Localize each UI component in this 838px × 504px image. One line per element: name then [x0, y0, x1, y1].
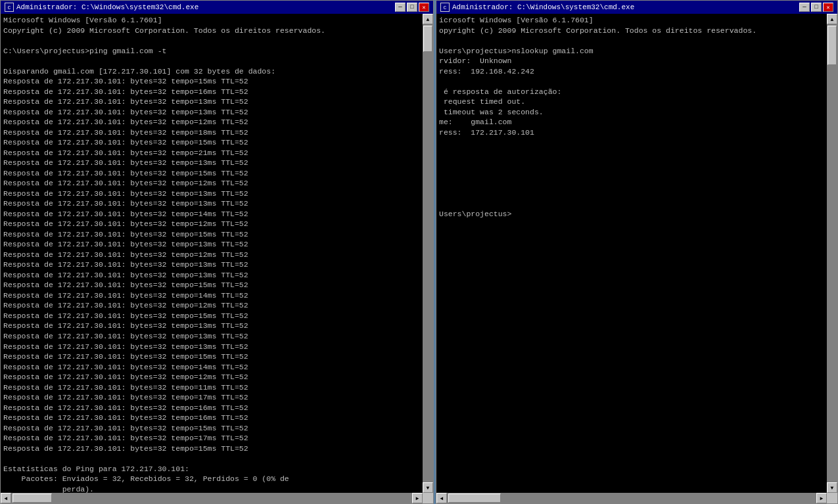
maximize-button-ping[interactable]: □ [407, 3, 417, 12]
title-bar-left-ping: C Administrador: C:\Windows\system32\cmd… [5, 3, 198, 12]
scroll-thumb-v-nslookup[interactable] [827, 26, 837, 65]
title-controls-nslookup: ─ □ ✕ [799, 3, 833, 12]
scroll-down-btn-nslookup[interactable]: ▼ [827, 482, 837, 493]
scroll-right-btn-ping[interactable]: ► [412, 493, 423, 503]
desktop: C Administrador: C:\Windows\system32\cmd… [0, 0, 838, 504]
scroll-thumb-h-ping[interactable] [12, 493, 52, 503]
scroll-thumb-v-ping[interactable] [423, 26, 432, 52]
cmd-icon-ping: C [5, 3, 14, 12]
scroll-track-h-nslookup [447, 493, 816, 503]
minimize-button-ping[interactable]: ─ [395, 3, 406, 12]
minimize-button-nslookup[interactable]: ─ [799, 3, 810, 12]
title-bar-left-nslookup: C Administrador: C:\Windows\system32\cmd… [440, 3, 634, 12]
scroll-up-btn-nslookup[interactable]: ▲ [827, 14, 837, 24]
cmd-icon-nslookup: C [440, 3, 450, 12]
scrollbar-h-nslookup: ◄ ► [436, 493, 837, 503]
title-bar-nslookup[interactable]: C Administrador: C:\Windows\system32\cmd… [436, 1, 837, 14]
maximize-button-nslookup[interactable]: □ [811, 3, 822, 12]
scroll-track-h-ping [11, 493, 412, 503]
cmd-window-nslookup: C Administrador: C:\Windows\system32\cmd… [436, 0, 838, 504]
title-text-ping: Administrador: C:\Windows\system32\cmd.e… [16, 3, 198, 11]
scrollbar-h-ping: ◄ ► [1, 493, 433, 503]
scrollbar-v-nslookup: ▲ ▼ [827, 14, 837, 493]
title-bar-ping[interactable]: C Administrador: C:\Windows\system32\cmd… [1, 1, 433, 14]
cmd-content-nslookup: icrosoft Windows [Versão 6.1.7601] opyri… [436, 14, 837, 493]
scroll-thumb-h-nslookup[interactable] [448, 493, 501, 503]
scroll-down-btn-ping[interactable]: ▼ [423, 482, 433, 493]
scroll-left-btn-ping[interactable]: ◄ [1, 493, 11, 503]
title-controls-ping: ─ □ ✕ [395, 3, 429, 12]
scrollbar-v-ping: ▲ ▼ [423, 14, 433, 493]
cmd-window-ping: C Administrador: C:\Windows\system32\cmd… [0, 0, 434, 504]
scroll-track-v-ping [423, 24, 433, 482]
close-button-ping[interactable]: ✕ [419, 3, 429, 12]
scroll-track-v-nslookup [827, 24, 837, 482]
cmd-content-ping: Microsoft Windows [Versão 6.1.7601] Copy… [1, 14, 433, 493]
title-text-nslookup: Administrador: C:\Windows\system32\cmd.e… [452, 3, 634, 11]
scroll-right-btn-nslookup[interactable]: ► [816, 493, 827, 503]
scroll-left-btn-nslookup[interactable]: ◄ [436, 493, 447, 503]
scroll-up-btn-ping[interactable]: ▲ [423, 14, 433, 24]
close-button-nslookup[interactable]: ✕ [823, 3, 833, 12]
